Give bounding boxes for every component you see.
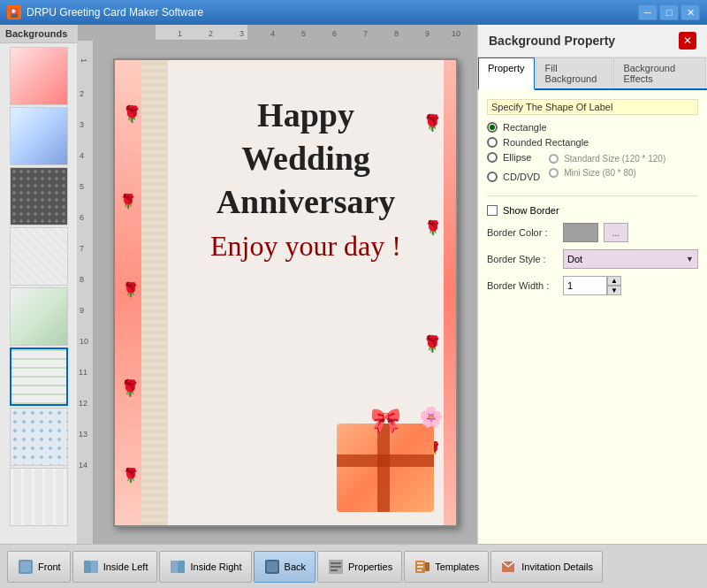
card-text-area: Happy Wedding Anniversary Enjoy your day… (168, 78, 444, 263)
svg-rect-16 (425, 562, 430, 571)
spinner-down-button[interactable]: ▼ (607, 286, 621, 295)
size-mini-radio (549, 168, 559, 178)
templates-button[interactable]: Templates (404, 551, 489, 583)
ellipse-cddvd-section: Ellipse CD/DVD Standard Size (120 * 120) (487, 152, 698, 187)
sidebar: Backgrounds (0, 25, 78, 544)
shape-cddvd-label: CD/DVD (503, 172, 540, 182)
panel-title: Background Property (489, 34, 615, 48)
tab-bar: Property Fill Background Background Effe… (478, 57, 707, 90)
tab-background-effects[interactable]: Background Effects (613, 57, 706, 88)
background-thumb-6[interactable] (10, 347, 68, 406)
shape-rectangle-radio[interactable] (487, 122, 498, 133)
tab-fill-background[interactable]: Fill Background (536, 57, 613, 88)
back-button[interactable]: Back (254, 551, 315, 583)
border-width-spinner[interactable]: ▲ ▼ (563, 276, 621, 295)
shape-rounded-label: Rounded Rectangle (503, 137, 589, 148)
front-label: Front (38, 561, 61, 572)
shape-ellipse-label: Ellipse (503, 152, 531, 163)
card-line2: Wedding (168, 139, 444, 178)
background-thumb-8[interactable] (10, 468, 68, 526)
invitation-details-label: Invitation Details (521, 561, 593, 572)
inside-left-button[interactable]: Inside Left (72, 551, 158, 583)
panel-content: Specify The Shape Of Label Rectangle Rou… (478, 90, 707, 544)
gift-box: 🎀 (337, 424, 434, 512)
back-icon (263, 558, 281, 576)
bottom-toolbar: Front Inside Left Inside Right Back Prop… (0, 544, 707, 588)
size-mini-row: Mini Size (80 * 80) (549, 168, 665, 178)
spinner-up-button[interactable]: ▲ (607, 276, 621, 286)
show-border-row[interactable]: Show Border (487, 205, 698, 216)
border-width-input[interactable] (563, 276, 607, 295)
properties-icon (327, 558, 345, 576)
gift-area: 🎀 🌸 (328, 406, 443, 521)
close-button[interactable]: ✕ (680, 4, 700, 20)
svg-rect-1 (20, 561, 31, 572)
maximize-button[interactable]: □ (659, 4, 679, 20)
sidebar-header: Backgrounds (0, 25, 77, 43)
tab-property[interactable]: Property (478, 57, 535, 90)
ruler-vertical: 1 2 3 4 5 6 7 8 9 10 11 12 13 14 (78, 41, 94, 544)
card-column-strip (141, 60, 168, 525)
card-cursive: Enjoy your day ! (168, 230, 444, 263)
properties-label: Properties (348, 561, 392, 572)
border-style-row: Border Style : Dot ▼ (487, 249, 698, 269)
shape-rectangle-row[interactable]: Rectangle (487, 122, 698, 133)
size-standard-row: Standard Size (120 * 120) (549, 154, 665, 164)
background-thumb-4[interactable] (10, 227, 68, 286)
window-controls: ─ □ ✕ (638, 4, 700, 20)
flower-3: 🌹 (122, 281, 140, 298)
flower-5: 🌹 (122, 467, 140, 484)
svg-rect-7 (267, 561, 277, 572)
shape-rounded-radio[interactable] (487, 137, 498, 148)
background-thumb-1[interactable] (10, 47, 68, 105)
templates-label: Templates (435, 561, 479, 572)
svg-rect-11 (331, 569, 338, 571)
front-button[interactable]: Front (7, 551, 71, 583)
svg-rect-14 (417, 566, 423, 568)
flower-7: 🌹 (424, 219, 442, 236)
right-panel: Background Property ✕ Property Fill Back… (477, 25, 707, 544)
inside-right-button[interactable]: Inside Right (159, 551, 251, 583)
dropdown-arrow-icon: ▼ (686, 255, 694, 263)
card-border-right (444, 60, 456, 525)
properties-button[interactable]: Properties (317, 551, 402, 583)
background-thumb-5[interactable] (10, 287, 68, 346)
shape-ellipse-row[interactable]: Ellipse (487, 152, 540, 163)
ruler-horizontal: 1 2 3 4 5 6 7 8 9 10 (156, 25, 247, 41)
border-style-select[interactable]: Dot ▼ (563, 249, 698, 269)
flower-8: 🌹 (422, 334, 442, 354)
border-color-swatch[interactable] (563, 223, 598, 242)
show-border-checkbox[interactable] (487, 205, 498, 216)
divider-1 (487, 195, 698, 196)
border-color-label: Border Color : (487, 227, 558, 238)
shape-cddvd-radio[interactable] (487, 172, 498, 182)
background-thumb-3[interactable] (10, 167, 68, 225)
minimize-button[interactable]: ─ (638, 4, 658, 20)
card-line3: Anniversary (168, 182, 444, 221)
border-width-label: Border Width : (487, 280, 558, 291)
inside-right-icon (169, 558, 186, 576)
main-area: Backgrounds 1 2 3 4 5 6 7 8 9 10 1 (0, 25, 707, 544)
flower-1: 🌹 (122, 104, 141, 124)
svg-rect-10 (331, 566, 341, 568)
card-line1: Happy (168, 95, 444, 134)
card-container: 🌹 🌹 🌹 🌹 🌹 🌹 🌹 🌹 🌹 Happy Wedding Annivers… (94, 41, 477, 544)
panel-header: Background Property ✕ (478, 25, 707, 57)
svg-rect-2 (84, 561, 91, 573)
flower-4: 🌹 (120, 378, 140, 398)
svg-rect-9 (331, 562, 341, 564)
svg-rect-15 (417, 569, 422, 571)
invitation-details-icon (500, 558, 518, 576)
show-border-label: Show Border (503, 205, 559, 216)
shape-ellipse-radio[interactable] (487, 152, 498, 163)
background-list[interactable] (0, 43, 77, 544)
shape-rounded-row[interactable]: Rounded Rectangle (487, 137, 698, 148)
background-thumb-7[interactable] (10, 408, 68, 466)
invitation-details-button[interactable]: Invitation Details (490, 551, 603, 583)
app-icon: 🎴 (7, 5, 21, 19)
border-color-picker-button[interactable]: ... (604, 223, 628, 242)
background-thumb-2[interactable] (10, 107, 68, 165)
panel-close-button[interactable]: ✕ (679, 32, 696, 50)
shape-cddvd-row[interactable]: CD/DVD (487, 172, 540, 182)
flower-2: 🌹 (119, 193, 137, 210)
